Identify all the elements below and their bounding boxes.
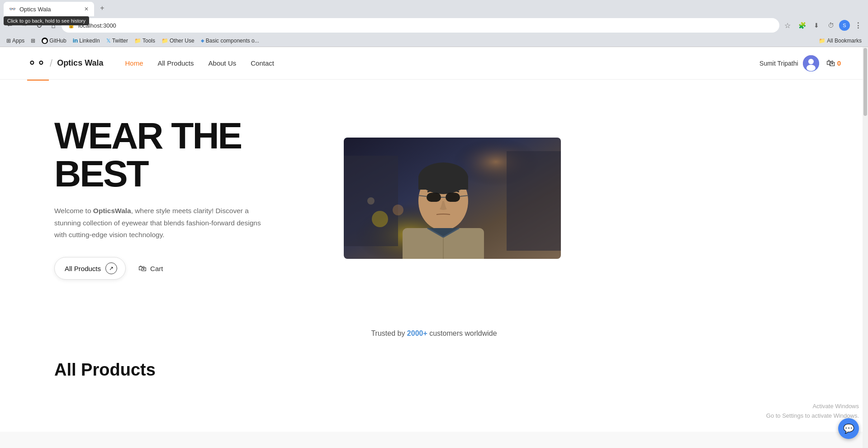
tab-favicon: 👓 <box>9 6 16 12</box>
profile-avatar[interactable]: S <box>839 20 850 31</box>
tools-label: Tools <box>142 38 155 44</box>
chat-icon: 💬 <box>843 423 854 434</box>
nav-home[interactable]: Home <box>125 59 143 67</box>
basic-components-icon: ◆ <box>201 38 204 43</box>
cart-btn-label: Cart <box>150 265 163 272</box>
basic-components-label: Basic components o... <box>206 38 259 44</box>
other-use-label: Other Use <box>170 38 194 44</box>
tab-close[interactable]: ✕ <box>84 6 89 12</box>
website-content: ⚬⚬ / Optics Wala Home All Products About… <box>0 47 868 432</box>
tab-title: Optics Wala <box>19 6 51 13</box>
all-bookmarks-label: All Bookmarks <box>827 38 862 44</box>
nav-all-products[interactable]: All Products <box>158 59 194 67</box>
hero-content: WEAR THE BEST Welcome to OpticsWala, whe… <box>54 117 317 280</box>
new-tab-btn[interactable]: + <box>96 2 109 14</box>
grid-icon: ⊞ <box>31 38 35 44</box>
nav-about-us[interactable]: About Us <box>209 59 237 67</box>
svg-point-2 <box>806 65 816 71</box>
bookmark-apps[interactable]: ⊞ Apps <box>4 37 27 45</box>
bookmark-linkedin[interactable]: in LinkedIn <box>70 36 103 45</box>
all-products-heading: All Products <box>54 360 814 380</box>
hero-title-line2: BEST <box>54 153 148 194</box>
cart-bag-icon: 🛍 <box>826 58 835 68</box>
desc-start: Welcome to <box>54 207 93 214</box>
history-button[interactable]: ⏱ <box>825 19 837 32</box>
linkedin-label: LinkedIn <box>79 38 100 44</box>
trust-text-start: Trusted by <box>371 329 407 337</box>
brand-name: OpticsWala <box>93 207 131 214</box>
svg-rect-16 <box>418 176 468 190</box>
arrow-circle-icon: ↗ <box>105 262 117 274</box>
downloads-button[interactable]: ⬇ <box>810 19 823 32</box>
tooltip: Click to go back, hold to see history <box>4 16 89 25</box>
user-name: Sumit Tripathi <box>759 60 798 67</box>
twitter-icon: 𝕏 <box>106 38 111 44</box>
svg-rect-17 <box>427 193 441 202</box>
hero-buttons: All Products ↗ 🛍 Cart <box>54 257 317 280</box>
apps-icon: ⊞ <box>6 38 11 44</box>
browser-toolbar: Click to go back, hold to see history ← … <box>0 16 868 34</box>
trust-number: 2000+ <box>407 329 427 337</box>
bookmarks-folder-icon: 📁 <box>819 38 825 44</box>
all-products-btn-label: All Products <box>65 265 101 272</box>
bookmarks-bar: ⊞ Apps ⊞ ⬤ GitHub in LinkedIn 𝕏 Twitter … <box>0 34 868 47</box>
trust-text-end: customers worldwide <box>427 329 497 337</box>
scrollbar-thumb[interactable] <box>863 48 867 116</box>
user-info[interactable]: Sumit Tripathi <box>759 55 819 71</box>
logo-text: Optics Wala <box>57 58 103 68</box>
navbar-left: ⚬⚬ / Optics Wala Home All Products About… <box>27 56 274 70</box>
browser-tab-bar: 👓 Optics Wala ✕ + <box>0 0 868 16</box>
bookmark-basic-components[interactable]: ◆ Basic components o... <box>198 37 262 45</box>
twitter-label: Twitter <box>112 38 128 44</box>
active-tab[interactable]: 👓 Optics Wala ✕ <box>4 2 94 16</box>
cart-btn-icon: 🛍 <box>138 264 147 273</box>
bookmark-twitter[interactable]: 𝕏 Twitter <box>104 37 131 45</box>
hero-title: WEAR THE BEST <box>54 117 317 192</box>
svg-point-8 <box>372 211 388 227</box>
profile-initial: S <box>843 23 846 28</box>
hero-image <box>344 138 561 259</box>
scrollbar[interactable] <box>863 47 868 448</box>
apps-label: Apps <box>12 38 24 44</box>
linkedin-icon: in <box>73 37 78 44</box>
menu-button[interactable]: ⋮ <box>852 19 864 32</box>
svg-point-10 <box>367 197 375 205</box>
other-use-icon: 📁 <box>161 38 168 44</box>
logo-glasses-icon: ⚬⚬ <box>27 56 45 70</box>
svg-rect-7 <box>507 151 561 251</box>
browser-chrome: 👓 Optics Wala ✕ + Click to go back, hold… <box>0 0 868 47</box>
navbar: ⚬⚬ / Optics Wala Home All Products About… <box>0 47 868 80</box>
extensions-button[interactable]: 🧩 <box>796 19 808 32</box>
logo[interactable]: ⚬⚬ / Optics Wala <box>27 56 103 70</box>
hero-title-line1: WEAR THE <box>54 115 241 156</box>
all-products-section: All Products <box>0 351 868 384</box>
bookmark-tools[interactable]: 📁 Tools <box>132 37 158 45</box>
bookmark-other-use[interactable]: 📁 Other Use <box>159 37 197 45</box>
cart-button[interactable]: 🛍 0 <box>826 58 841 68</box>
all-bookmarks[interactable]: 📁 All Bookmarks <box>816 37 864 45</box>
hero-image-svg <box>344 138 561 259</box>
nav-links: Home All Products About Us Contact <box>125 59 274 67</box>
bookmark-grid[interactable]: ⊞ <box>28 37 38 45</box>
cart-count: 0 <box>837 59 841 67</box>
hero-description: Welcome to OpticsWala, where style meets… <box>54 205 271 241</box>
trust-section: Trusted by 2000+ customers worldwide <box>0 316 868 351</box>
github-label: GitHub <box>49 38 66 44</box>
nav-contact[interactable]: Contact <box>251 59 274 67</box>
svg-rect-18 <box>446 193 460 202</box>
all-products-button[interactable]: All Products ↗ <box>54 257 126 280</box>
cart-btn[interactable]: 🛍 Cart <box>135 259 166 278</box>
address-bar[interactable]: 🔒 localhost:3000 <box>62 18 779 33</box>
chat-bubble[interactable]: 💬 <box>838 418 859 439</box>
tools-icon: 📁 <box>134 38 141 44</box>
svg-point-9 <box>393 205 403 215</box>
star-button[interactable]: ☆ <box>781 19 794 32</box>
hero-image-container <box>344 138 561 259</box>
bookmark-github[interactable]: ⬤ GitHub <box>39 37 69 45</box>
github-icon: ⬤ <box>42 38 48 44</box>
user-avatar <box>803 55 819 71</box>
navbar-right: Sumit Tripathi 🛍 0 <box>759 55 841 71</box>
logo-separator: / <box>50 57 52 69</box>
svg-point-1 <box>808 59 814 64</box>
avatar-svg <box>803 55 819 71</box>
